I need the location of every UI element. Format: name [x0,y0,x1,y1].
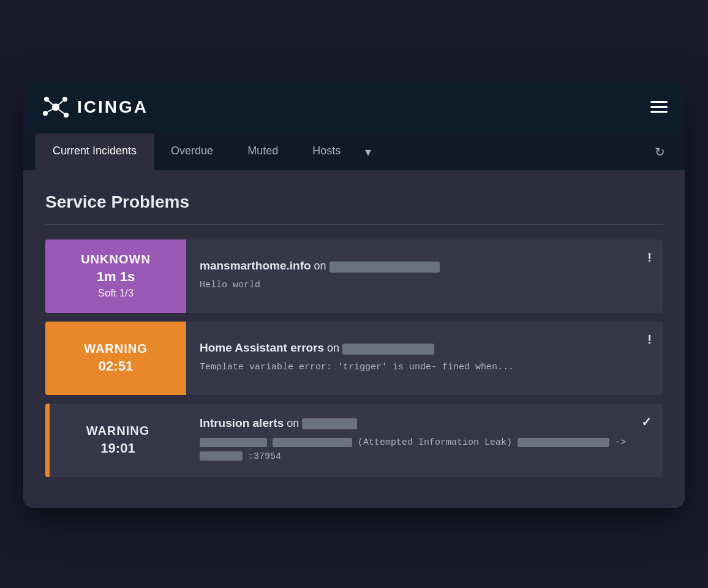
badge-time-text: 1m 1s [97,269,135,285]
tab-overdue[interactable]: Overdue [154,134,230,170]
arrow-text: -> [615,437,626,448]
svg-line-8 [56,107,66,115]
tab-hosts[interactable]: Hosts [295,134,358,170]
service-name: Home Assistant errors [200,341,324,354]
host-blurred [342,344,434,355]
tab-muted[interactable]: Muted [230,134,295,170]
incident-content: mansmarthome.info on Hello world ! [186,239,663,313]
more-tabs-button[interactable]: ▾ [358,136,378,168]
service-name: Intrusion alerts [200,417,284,429]
incident-row[interactable]: WARNING 02:51 Home Assistant errors on T… [45,322,663,395]
badge-status-text: WARNING [84,342,148,356]
tabs-bar: Current Incidents Overdue Muted Hosts ▾ … [23,134,685,170]
hamburger-menu[interactable] [650,101,668,113]
logo-icon [40,92,71,123]
service-name: mansmarthome.info [200,259,311,272]
badge-status-text: WARNING [86,424,150,438]
incident-content: Home Assistant errors on Template variab… [186,322,663,395]
section-divider [45,224,663,225]
incident-message: (Attempted Information Leak) -> :37954 [200,436,649,464]
incident-title: mansmarthome.info on [200,259,649,273]
incident-row[interactable]: UNKNOWN 1m 1s Soft 1/3 mansmarthome.info… [45,239,663,313]
badge-status-text: UNKNOWN [81,252,151,266]
tab-current-incidents[interactable]: Current Incidents [36,134,154,170]
logo-area: ICINGA [40,92,148,123]
port-blurred [273,438,352,447]
status-badge-warning: WARNING 02:51 [45,322,186,395]
host-blurred [302,418,357,429]
main-content: Service Problems UNKNOWN 1m 1s Soft 1/3 … [23,170,685,508]
refresh-button[interactable]: ↻ [647,136,672,168]
attempted-text: (Attempted Information Leak) [358,437,512,448]
status-badge-unknown: UNKNOWN 1m 1s Soft 1/3 [45,239,186,313]
main-window: ICINGA Current Incidents Overdue Muted H… [23,81,685,508]
header: ICINGA [23,81,685,134]
exclamation-icon: ! [647,251,652,265]
incident-title: Home Assistant errors on [200,341,649,355]
dest2-blurred [200,451,243,461]
svg-line-5 [47,99,56,107]
svg-line-6 [56,99,65,107]
incident-title: Intrusion alerts on [200,417,649,430]
port-text: :37954 [248,451,281,462]
badge-time-text: 19:01 [100,440,135,456]
incident-message: Template variable error: 'trigger' is un… [200,361,649,375]
badge-time-text: 02:51 [99,358,133,374]
dest-blurred [518,438,609,447]
logo-text: ICINGA [77,97,148,117]
incident-content: Intrusion alerts on (Attempted Informati… [186,404,663,477]
on-text: on [287,417,302,429]
on-text: on [314,260,326,272]
incident-message: Hello world [200,279,649,293]
badge-soft-text: Soft 1/3 [98,287,134,300]
incident-row[interactable]: WARNING 19:01 Intrusion alerts on (Attem… [45,404,663,477]
status-badge-warning-left: WARNING 19:01 [50,404,186,477]
host-blurred [330,262,440,273]
ip-blurred [200,438,267,447]
section-title: Service Problems [45,192,663,212]
check-icon: ✓ [641,415,652,429]
on-text: on [327,342,342,354]
exclamation-icon: ! [647,333,652,347]
